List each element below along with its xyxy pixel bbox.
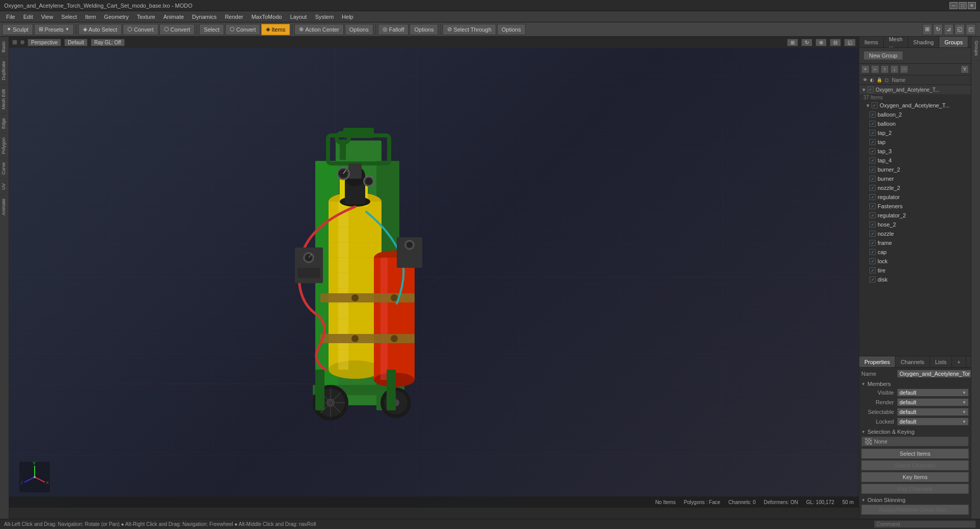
filter-render-icon[interactable]: ◐: [868, 76, 876, 83]
item-check[interactable]: ✓: [869, 139, 876, 145]
command-input[interactable]: [874, 520, 976, 528]
item-check[interactable]: ✓: [869, 185, 876, 191]
list-item[interactable]: ✓ tap_2: [859, 128, 971, 137]
tab-shading[interactable]: Shading: [908, 37, 939, 47]
item-check[interactable]: ✓: [869, 258, 876, 264]
list-item[interactable]: ✓ tap_3: [859, 147, 971, 156]
list-item[interactable]: ✓ hose_2: [859, 220, 971, 229]
sidebar-tab-edge[interactable]: Edge: [0, 114, 9, 133]
list-item[interactable]: ✓ nozzle_2: [859, 183, 971, 192]
menu-render[interactable]: Render: [221, 13, 247, 21]
list-item[interactable]: ✓ balloon: [859, 119, 971, 128]
item-check[interactable]: ✓: [869, 130, 876, 136]
menu-edit[interactable]: Edit: [19, 13, 37, 21]
tab-groups[interactable]: Groups: [939, 37, 968, 47]
select-channels-button[interactable]: Select Channels: [861, 460, 969, 470]
sidebar-tab-duplicate[interactable]: Duplicate: [0, 57, 9, 85]
list-item[interactable]: ▼ ✓ Oxygen_and_Acetylene_T...: [859, 101, 971, 110]
sidebar-tab-polygon[interactable]: Polygon: [0, 133, 9, 158]
list-item[interactable]: ✓ tire: [859, 266, 971, 275]
item-check[interactable]: ✓: [869, 231, 876, 237]
item-check[interactable]: ✓: [869, 240, 876, 246]
layout-icon-1[interactable]: ⊞: [922, 24, 932, 35]
scene-list[interactable]: ▼ ✓ Oxygen_and_Acetylene_T... 37 Items ▼…: [859, 85, 971, 356]
layout-icon-4[interactable]: ◱: [955, 24, 965, 35]
menu-geometry[interactable]: Geometry: [100, 13, 132, 21]
layout-icon-5[interactable]: ◰: [966, 24, 976, 35]
options1-button[interactable]: Options: [345, 24, 373, 35]
list-item[interactable]: ✓ lock: [859, 257, 971, 266]
vp-icon-5[interactable]: ◱: [844, 39, 856, 46]
list-item[interactable]: ✓ nozzle: [859, 229, 971, 238]
item-check[interactable]: ✓: [869, 148, 876, 154]
key-channels-button[interactable]: Key Channels: [861, 484, 969, 494]
scene-up-button[interactable]: ↑: [881, 65, 889, 73]
list-item[interactable]: ✓ tap: [859, 137, 971, 147]
root-check[interactable]: ✓: [867, 87, 874, 93]
item-check[interactable]: ✓: [869, 267, 876, 273]
props-tab-lists[interactable]: Lists: [930, 356, 952, 367]
item-check[interactable]: ✓: [869, 221, 876, 228]
item-check[interactable]: ✓: [869, 194, 876, 200]
filter-lock-icon[interactable]: 🔒: [876, 76, 883, 83]
vp-icon-2[interactable]: ↻: [801, 39, 812, 46]
locked-dropdown[interactable]: default: [897, 417, 969, 426]
close-button[interactable]: ✕: [968, 2, 976, 9]
viewport-toggle[interactable]: [12, 40, 17, 45]
layout-icon-2[interactable]: ↻: [933, 24, 943, 35]
far-right-tab-groups[interactable]: Groups: [971, 37, 980, 61]
tab-mesh[interactable]: Mesh ...: [884, 37, 908, 47]
scene-remove-button[interactable]: −: [871, 65, 879, 73]
name-input[interactable]: [897, 370, 971, 378]
menu-maxtomodo[interactable]: MaxToModo: [247, 13, 286, 21]
minimize-button[interactable]: ─: [949, 2, 958, 9]
list-item[interactable]: ✓ balloon_2: [859, 110, 971, 119]
item-check[interactable]: ✓: [869, 203, 876, 209]
menu-system[interactable]: System: [311, 13, 338, 21]
item-check[interactable]: ✓: [869, 166, 876, 173]
presets-button[interactable]: ⊞ Presets ▼: [34, 24, 74, 35]
render-dropdown[interactable]: default: [897, 398, 969, 406]
convert3-button[interactable]: ⬡ Convert: [225, 24, 261, 35]
item-check[interactable]: ✓: [869, 112, 876, 118]
list-item[interactable]: ✓ cap: [859, 247, 971, 257]
viewport-canvas[interactable]: ⚠: [9, 48, 859, 508]
scene-filter-button[interactable]: Y: [961, 65, 969, 73]
visible-dropdown[interactable]: default: [897, 388, 969, 397]
sidebar-tab-curve[interactable]: Curve: [0, 158, 9, 179]
scene-more-button[interactable]: ⋯: [900, 65, 908, 73]
list-item[interactable]: ✓ burner: [859, 174, 971, 183]
key-items-button[interactable]: Key Items: [861, 472, 969, 482]
props-tab-add[interactable]: +: [952, 356, 966, 367]
scene-root-item[interactable]: ▼ ✓ Oxygen_and_Acetylene_T...: [859, 85, 971, 94]
filter-select-icon[interactable]: ◻: [883, 76, 890, 83]
list-item[interactable]: ✓ tap_4: [859, 156, 971, 165]
list-item[interactable]: ✓ burner_2: [859, 165, 971, 174]
menu-layout[interactable]: Layout: [286, 13, 311, 21]
convert2-button[interactable]: ⬡ Convert: [159, 24, 195, 35]
item-check[interactable]: ✓: [869, 276, 876, 283]
action-center-button[interactable]: ⊕ Action Center: [294, 24, 344, 35]
sidebar-tab-basic[interactable]: Basic: [0, 37, 9, 57]
select-items-button[interactable]: Select Items: [861, 449, 969, 459]
none-button[interactable]: None: [861, 436, 969, 447]
menu-dynamics[interactable]: Dynamics: [188, 13, 221, 21]
item-check[interactable]: ✓: [869, 249, 876, 255]
menu-view[interactable]: View: [37, 13, 58, 21]
vp-icon-4[interactable]: ⊟: [830, 39, 841, 46]
select-through-button[interactable]: ⊘ Select Through: [443, 24, 496, 35]
viewport[interactable]: Perspective Default Ray GL: Off ⊞ ↻ ⊕ ⊟ …: [9, 37, 859, 519]
props-tab-properties[interactable]: Properties: [859, 356, 895, 367]
sidebar-tab-animate[interactable]: Animate: [0, 194, 9, 219]
new-group-button[interactable]: New Group: [863, 51, 903, 60]
convert1-button[interactable]: ⬡ Convert: [123, 24, 158, 35]
sculpt-button[interactable]: ✦ Sculpt: [2, 24, 33, 35]
sidebar-tab-mesh-edit[interactable]: Mesh Edit: [0, 85, 9, 114]
window-controls[interactable]: ─ □ ✕: [949, 2, 976, 9]
sidebar-tab-uv[interactable]: UV: [0, 179, 9, 194]
list-item[interactable]: ✓ regulator_2: [859, 211, 971, 220]
item-check[interactable]: ✓: [869, 212, 876, 218]
menu-help[interactable]: Help: [338, 13, 358, 21]
props-tab-channels[interactable]: Channels: [895, 356, 930, 367]
options2-button[interactable]: Options: [410, 24, 438, 35]
